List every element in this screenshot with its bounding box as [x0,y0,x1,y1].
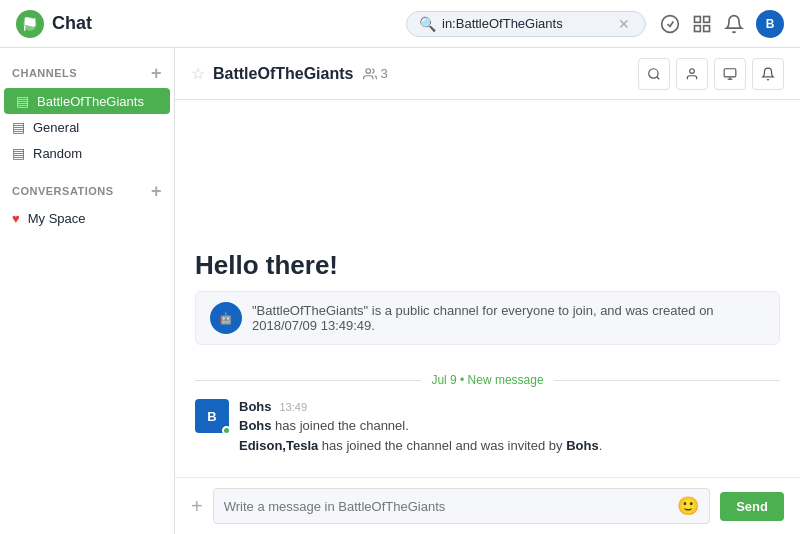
user-avatar[interactable]: B [756,10,784,38]
notification-button[interactable] [752,58,784,90]
message-input[interactable] [224,499,670,514]
message-text-2: Edison,Tesla has joined the channel and … [239,436,780,456]
logo-icon [16,10,44,38]
message-author: Bohs [239,399,272,414]
app-logo: Chat [16,10,92,38]
sidebar-item-general[interactable]: ▤ General [0,114,174,140]
sidebar: CHANNELS + ▤ BattleOfTheGiants ▤ General… [0,48,175,534]
check-circle-icon[interactable] [660,14,680,34]
add-channel-button[interactable]: + [151,64,162,82]
sidebar-item-myspace[interactable]: ♥ My Space [0,206,174,231]
star-icon[interactable]: ☆ [191,64,205,83]
avatar: B [195,399,229,433]
chat-input-area: + 🙂 Send [175,477,800,534]
sidebar-item-battleofthegiants[interactable]: ▤ BattleOfTheGiants [4,88,170,114]
svg-point-10 [690,68,695,73]
sidebar-item-random[interactable]: ▤ Random [0,140,174,166]
emoji-button[interactable]: 🙂 [677,495,699,517]
svg-rect-4 [704,16,710,22]
channels-section-header: CHANNELS + [0,64,174,88]
chat-messages: Hello there! 🤖 "BattleOfTheGiants" is a … [175,100,800,477]
heart-icon: ♥ [12,211,20,226]
conversations-section-header: CONVERSATIONS + [0,182,174,206]
team-button[interactable] [714,58,746,90]
svg-rect-11 [724,68,736,76]
grid-icon[interactable] [692,14,712,34]
conversations-section: CONVERSATIONS + ♥ My Space [0,182,174,231]
chat-header-actions [638,58,784,90]
channel-info-text: "BattleOfTheGiants" is a public channel … [252,303,765,333]
search-clear-icon[interactable]: ✕ [618,16,630,32]
message-content: Bohs 13:49 Bohs has joined the channel. … [239,399,780,455]
bell-icon[interactable] [724,14,744,34]
bot-avatar: 🤖 [210,302,242,334]
add-conversation-button[interactable]: + [151,182,162,200]
svg-point-8 [649,68,658,77]
channel-name: General [33,120,79,135]
search-bar: 🔍 ✕ [406,11,646,37]
header-icons: B [660,10,784,38]
search-messages-button[interactable] [638,58,670,90]
send-button[interactable]: Send [720,492,784,521]
channel-name: Random [33,146,82,161]
search-icon: 🔍 [419,16,436,32]
welcome-heading: Hello there! [195,250,780,281]
svg-line-9 [657,76,660,79]
online-status-dot [222,426,231,435]
new-message-divider: Jul 9 • New message [195,373,780,387]
member-count: 3 [363,66,387,81]
svg-rect-3 [695,16,701,22]
main-layout: CHANNELS + ▤ BattleOfTheGiants ▤ General… [0,48,800,534]
members-button[interactable] [676,58,708,90]
search-input[interactable] [442,16,612,31]
app-title: Chat [52,13,92,34]
chat-title: BattleOfTheGiants [213,65,353,83]
channel-icon: ▤ [12,145,25,161]
message-input-wrap: 🙂 [213,488,711,524]
chat-area: ☆ BattleOfTheGiants 3 [175,48,800,534]
chat-header: ☆ BattleOfTheGiants 3 [175,48,800,100]
message-header: Bohs 13:49 [239,399,780,414]
channel-name: BattleOfTheGiants [37,94,144,109]
channel-info-box: 🤖 "BattleOfTheGiants" is a public channe… [195,291,780,345]
conversation-name: My Space [28,211,86,226]
svg-point-7 [366,68,371,73]
channel-welcome: Hello there! 🤖 "BattleOfTheGiants" is a … [195,250,780,345]
message-text-1: Bohs has joined the channel. [239,416,780,436]
add-attachment-button[interactable]: + [191,495,203,518]
app-header: Chat 🔍 ✕ B [0,0,800,48]
svg-rect-5 [695,25,701,31]
channel-icon: ▤ [16,93,29,109]
message-time: 13:49 [280,401,308,413]
svg-rect-6 [704,25,710,31]
channel-icon: ▤ [12,119,25,135]
table-row: B Bohs 13:49 Bohs has joined the channel… [195,399,780,455]
svg-point-2 [662,15,679,32]
